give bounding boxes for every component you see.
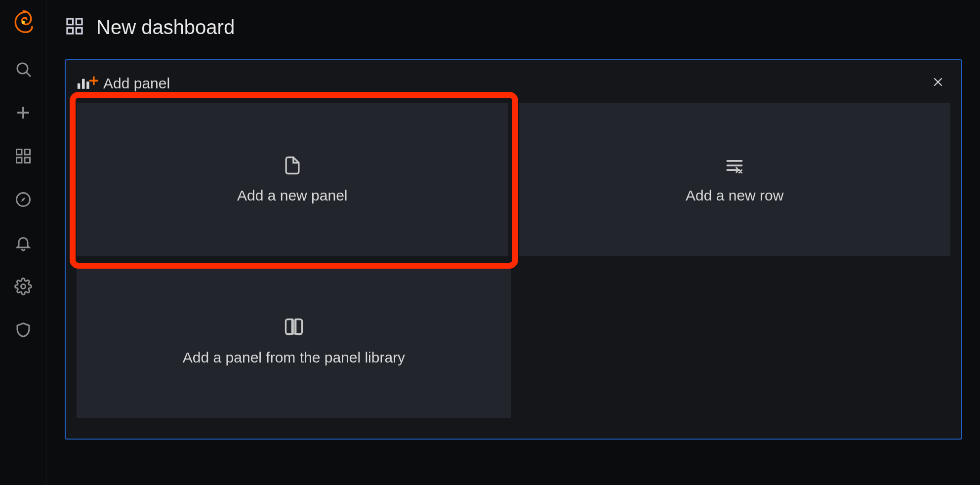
book-icon (283, 317, 305, 340)
svg-point-11 (21, 284, 26, 289)
add-panel-container: Add panel Add a new panel (65, 59, 962, 440)
gear-icon[interactable] (13, 277, 33, 296)
add-new-row-card[interactable]: Add a new row (519, 103, 951, 256)
add-new-panel-card[interactable]: Add a new panel (77, 103, 508, 256)
svg-line-2 (27, 73, 31, 77)
cards-top-row: Add a new panel Add a new row (77, 103, 950, 256)
panel-header-title: Add panel (103, 75, 170, 92)
svg-rect-17 (82, 79, 85, 89)
page-title: New dashboard (96, 16, 235, 39)
sidebar (0, 0, 47, 485)
topbar: New dashboard (47, 0, 980, 54)
dashboard-breadcrumb-icon (65, 16, 84, 38)
dashboards-icon[interactable] (13, 146, 33, 166)
add-new-panel-label: Add a new panel (237, 187, 348, 204)
search-icon[interactable] (13, 59, 33, 79)
main-content: New dashboard (47, 0, 980, 485)
svg-rect-5 (17, 150, 22, 155)
svg-point-0 (22, 21, 25, 24)
svg-rect-18 (86, 81, 89, 89)
svg-rect-16 (78, 83, 81, 89)
svg-rect-14 (67, 28, 73, 34)
svg-rect-8 (25, 158, 30, 163)
panel-header-left: Add panel (77, 74, 170, 93)
svg-marker-10 (21, 198, 26, 202)
panel-library-card[interactable]: Add a panel from the panel library (77, 265, 511, 418)
svg-point-1 (17, 63, 28, 74)
svg-rect-6 (25, 150, 30, 155)
file-icon (282, 155, 303, 178)
svg-rect-12 (67, 19, 73, 25)
svg-rect-13 (76, 19, 82, 25)
compass-icon[interactable] (13, 190, 33, 209)
plus-icon[interactable] (13, 103, 33, 122)
close-button[interactable] (926, 73, 950, 94)
panel-library-label: Add a panel from the panel library (183, 349, 405, 366)
add-new-row-label: Add a new row (686, 187, 783, 204)
app-root: New dashboard (0, 0, 980, 485)
svg-rect-7 (17, 158, 22, 163)
shield-icon[interactable] (13, 320, 33, 340)
row-icon (724, 155, 745, 178)
bell-icon[interactable] (13, 233, 33, 253)
panel-cards: Add a new panel Add a new row Add a pane… (72, 103, 955, 418)
svg-rect-15 (76, 28, 82, 34)
grafana-logo[interactable] (10, 9, 37, 36)
add-panel-header-icon (77, 74, 98, 93)
panel-header: Add panel (72, 65, 955, 103)
